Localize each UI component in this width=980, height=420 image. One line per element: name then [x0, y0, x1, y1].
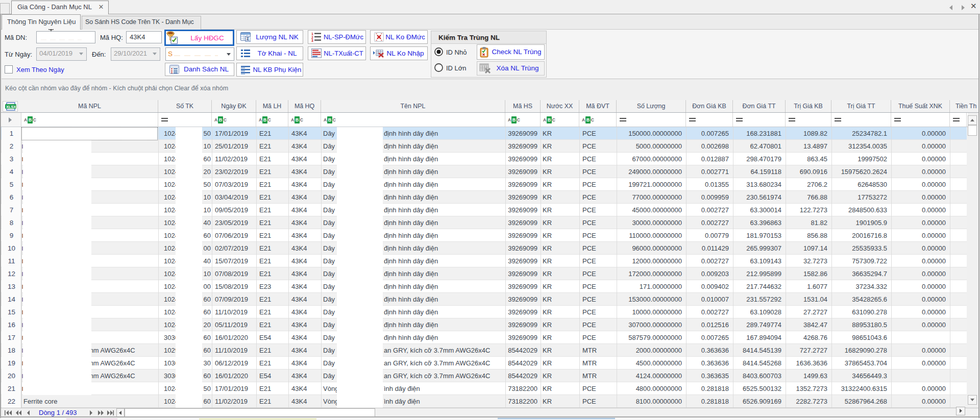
svg-text:3: 3 — [311, 39, 313, 42]
svg-text:Σ: Σ — [247, 36, 250, 41]
svg-text:XLSX: XLSX — [6, 105, 16, 109]
